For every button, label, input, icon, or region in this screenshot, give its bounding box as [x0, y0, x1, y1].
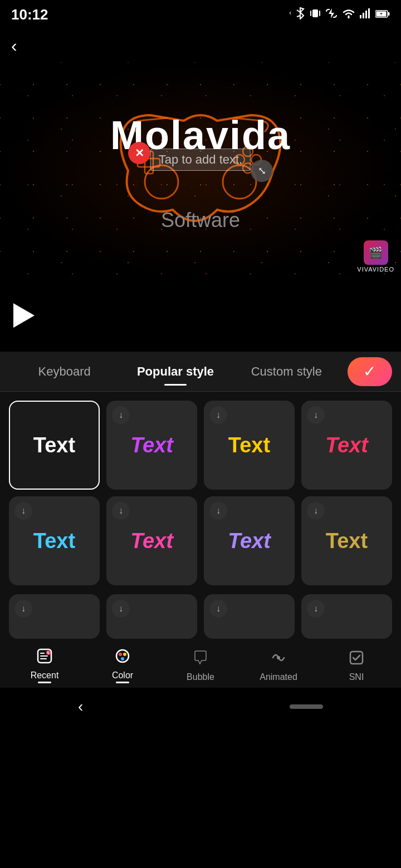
style-item-partial-2[interactable]: ↓	[106, 594, 197, 639]
download-badge: ↓	[307, 406, 325, 424]
status-bar: 10:12 ʿ	[0, 0, 401, 29]
style-label-cyan: Text	[33, 529, 75, 553]
svg-point-23	[121, 657, 124, 660]
vivavideo-logo-icon: 🎬	[364, 240, 388, 265]
play-button[interactable]	[13, 303, 35, 328]
tab-keyboard[interactable]: Keyboard	[9, 359, 120, 384]
vivavideo-logo-text: VIVAVIDEO	[357, 266, 394, 273]
style-grid: Text ↓ Text ↓ Text ↓ Text ↓ Text ↓ Text …	[0, 392, 401, 594]
status-time: 10:12	[11, 6, 48, 23]
download-badge: ↓	[209, 406, 227, 424]
bottom-nav: Recent Color Bubble Animated	[0, 643, 401, 688]
style-label-yellow: Text	[228, 433, 270, 457]
download-badge: ↓	[307, 502, 325, 520]
video-preview: Molavida Tap to add text. ✕ ⤡ Software 🎬…	[0, 62, 401, 279]
style-label-purple: Text	[130, 433, 173, 457]
svg-rect-1	[310, 11, 311, 16]
style-item-pink[interactable]: ↓ Text	[301, 401, 392, 490]
charging-icon	[325, 7, 338, 22]
download-badge: ↓	[307, 600, 325, 618]
style-grid-partial: ↓ ↓ ↓ ↓	[0, 594, 401, 643]
sni-icon	[348, 649, 365, 670]
style-item-lavender[interactable]: ↓ Text	[204, 496, 295, 585]
svg-rect-0	[312, 9, 318, 17]
vivavideo-watermark: 🎬 VIVAVIDEO	[357, 240, 394, 273]
battery-icon	[375, 9, 390, 21]
download-badge: ↓	[209, 502, 227, 520]
style-label-lavender: Text	[228, 529, 271, 553]
tabs-bar: Keyboard Popular style Custom style ✓	[0, 352, 401, 392]
nav-item-color[interactable]: Color	[84, 643, 162, 688]
svg-rect-3	[360, 15, 361, 18]
system-home-indicator[interactable]	[290, 704, 323, 709]
download-badge: ↓	[112, 502, 130, 520]
style-label-white: Text	[33, 433, 75, 457]
tab-popular-style[interactable]: Popular style	[120, 359, 231, 384]
svg-rect-4	[363, 13, 364, 18]
style-item-partial-3[interactable]: ↓	[204, 594, 295, 639]
style-label-hotpink: Text	[130, 529, 173, 553]
delete-text-button[interactable]: ✕	[128, 142, 150, 164]
style-item-gold[interactable]: ↓ Text	[301, 496, 392, 585]
style-label-gold: Text	[326, 529, 368, 553]
style-item-partial-1[interactable]: ↓	[9, 594, 100, 639]
nav-item-bubble[interactable]: Bubble	[162, 645, 239, 687]
style-item-partial-4[interactable]: ↓	[301, 594, 392, 639]
style-item-purple[interactable]: ↓ Text	[106, 401, 197, 490]
bluetooth-icon: ʿ	[289, 7, 305, 22]
tab-custom-style[interactable]: Custom style	[231, 359, 342, 384]
vibrate-icon	[310, 7, 321, 22]
style-item-cyan[interactable]: ↓ Text	[9, 496, 100, 585]
style-item-hotpink[interactable]: ↓ Text	[106, 496, 197, 585]
nav-item-recent[interactable]: Recent	[6, 643, 84, 688]
svg-point-21	[119, 653, 122, 656]
style-label-pink: Text	[325, 433, 368, 457]
animated-icon	[270, 649, 287, 670]
svg-rect-5	[365, 11, 367, 18]
download-badge: ↓	[112, 600, 130, 618]
download-badge: ↓	[14, 600, 32, 618]
bubble-icon	[192, 649, 209, 670]
bubble-label: Bubble	[187, 672, 214, 682]
text-input-area[interactable]: Tap to add text.	[150, 149, 251, 171]
video-subtitle: Software	[161, 209, 240, 232]
svg-rect-8	[388, 12, 390, 16]
color-icon	[114, 648, 131, 668]
wifi-icon	[342, 8, 355, 21]
download-badge: ↓	[14, 502, 32, 520]
system-nav: ‹	[0, 688, 401, 726]
recent-icon	[36, 648, 53, 668]
svg-rect-6	[368, 8, 370, 18]
svg-point-19	[46, 650, 51, 655]
svg-rect-25	[350, 652, 363, 664]
svg-point-22	[123, 653, 126, 656]
download-badge: ↓	[209, 600, 227, 618]
nav-item-animated[interactable]: Animated	[239, 645, 317, 687]
timeline-area	[0, 279, 401, 352]
style-item-plain-white[interactable]: Text	[9, 401, 100, 490]
system-back-button[interactable]: ‹	[78, 698, 83, 716]
resize-text-button[interactable]: ⤡	[251, 160, 273, 182]
sni-label: SNI	[349, 672, 364, 682]
svg-point-24	[277, 656, 280, 659]
nav-item-sni[interactable]: SNI	[317, 645, 395, 687]
confirm-button[interactable]: ✓	[348, 357, 392, 386]
animated-label: Animated	[260, 672, 297, 682]
top-bar: ‹	[0, 29, 401, 62]
color-label: Color	[112, 670, 133, 683]
video-background: Molavida Tap to add text. ✕ ⤡ Software 🎬…	[0, 62, 401, 279]
recent-label: Recent	[31, 670, 59, 683]
download-badge: ↓	[112, 406, 130, 424]
back-button[interactable]: ‹	[11, 36, 17, 56]
style-item-yellow[interactable]: ↓ Text	[204, 401, 295, 490]
status-icons: ʿ	[289, 7, 390, 22]
signal-icon	[360, 8, 371, 21]
svg-rect-2	[319, 11, 320, 16]
